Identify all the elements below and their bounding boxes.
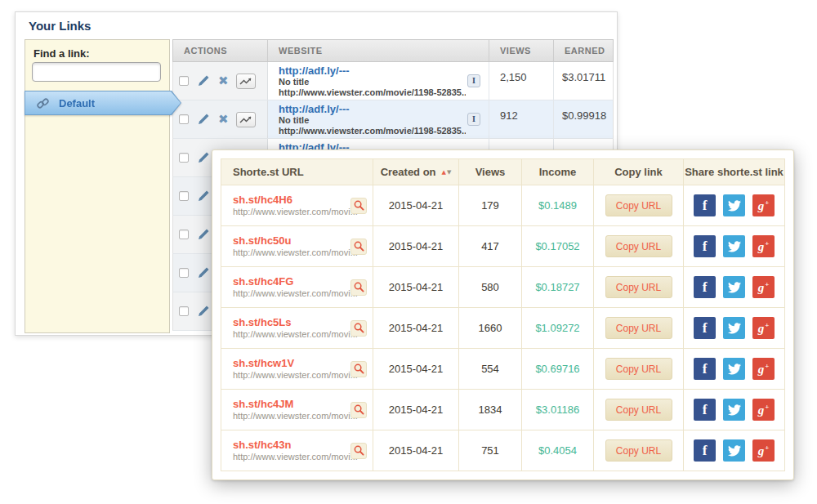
folder-item-default[interactable]: Default <box>25 91 181 115</box>
short-url-link[interactable]: sh.st/hc50u <box>233 234 292 248</box>
twitter-share-button[interactable] <box>723 399 745 421</box>
copy-url-button[interactable]: Copy URL <box>605 358 672 380</box>
row-checkbox[interactable] <box>179 230 189 239</box>
destination-url: http://www.viewster.com/movi... <box>233 207 358 217</box>
copy-url-button[interactable]: Copy URL <box>605 194 672 216</box>
share-cell: f g+ <box>684 430 784 471</box>
short-url-link[interactable]: sh.st/hc5Ls <box>233 316 292 329</box>
google-plus-share-button[interactable]: g+ <box>752 439 775 462</box>
share-cell: f g+ <box>684 185 784 225</box>
facebook-icon: f <box>703 198 708 214</box>
sort-asc-icon[interactable]: ▲ <box>442 169 446 176</box>
google-plus-share-button[interactable]: g+ <box>752 235 775 257</box>
google-plus-share-button[interactable]: g+ <box>752 194 775 216</box>
edit-icon[interactable] <box>196 227 211 242</box>
col-header-earned[interactable]: EARNED <box>554 40 613 61</box>
preview-button[interactable] <box>350 279 367 296</box>
twitter-share-button[interactable] <box>723 276 745 298</box>
google-plus-share-button[interactable]: g+ <box>752 317 775 339</box>
col-header-shortest-url[interactable]: Shorte.st URL <box>221 159 373 185</box>
copy-url-button[interactable]: Copy URL <box>605 235 672 257</box>
shortest-row: sh.st/hcw1V http://www.viewster.com/movi… <box>221 349 785 390</box>
facebook-share-button[interactable]: f <box>694 235 716 257</box>
stats-button[interactable] <box>236 74 256 89</box>
short-link[interactable]: http://adf.ly/--- <box>279 103 466 115</box>
copy-url-button[interactable]: Copy URL <box>605 399 672 421</box>
facebook-icon: f <box>703 361 708 377</box>
edit-icon[interactable] <box>196 189 211 203</box>
short-url-link[interactable]: sh.st/hcw1V <box>233 357 294 370</box>
info-button[interactable]: I <box>467 74 480 87</box>
share-cell: f g+ <box>684 308 784 348</box>
google-plus-share-button[interactable]: g+ <box>752 276 775 298</box>
facebook-share-button[interactable]: f <box>694 358 716 380</box>
preview-button[interactable] <box>350 198 367 214</box>
edit-icon[interactable] <box>196 304 211 319</box>
facebook-share-button[interactable]: f <box>694 317 716 339</box>
views-cell: 554 <box>459 349 522 389</box>
short-url-link[interactable]: sh.st/hc4JM <box>233 398 293 411</box>
magnifier-icon <box>353 404 365 416</box>
income-cell: $0.69716 <box>522 349 594 389</box>
income-cell: $3.01186 <box>522 390 594 430</box>
col-header-created-on[interactable]: Created on ▲ ▼ <box>373 159 459 185</box>
preview-button[interactable] <box>350 402 367 418</box>
copy-url-button[interactable]: Copy URL <box>605 317 672 339</box>
row-checkbox[interactable] <box>179 114 189 124</box>
row-checkbox[interactable] <box>179 191 189 201</box>
row-actions: ✖ <box>173 100 268 138</box>
twitter-share-button[interactable] <box>723 317 745 339</box>
edit-icon[interactable] <box>196 150 211 165</box>
copy-cell: Copy URL <box>594 267 684 307</box>
info-button[interactable]: I <box>467 113 480 126</box>
col-header-income[interactable]: Income <box>522 159 594 185</box>
short-url-link[interactable]: sh.st/hc4FG <box>233 275 293 288</box>
col-header-views[interactable]: Views <box>459 159 522 185</box>
delete-icon[interactable]: ✖ <box>218 75 229 87</box>
delete-icon[interactable]: ✖ <box>218 114 229 126</box>
find-link-input[interactable] <box>32 62 161 82</box>
twitter-icon <box>728 445 741 457</box>
short-link[interactable]: http://adf.ly/--- <box>279 65 466 77</box>
row-checkbox[interactable] <box>179 76 189 86</box>
views-cell: 580 <box>459 267 522 307</box>
google-plus-share-button[interactable]: g+ <box>752 358 775 380</box>
twitter-share-button[interactable] <box>723 439 745 462</box>
short-url-link[interactable]: sh.st/hc43n <box>233 439 292 452</box>
facebook-share-button[interactable]: f <box>694 276 716 298</box>
stats-button[interactable] <box>236 112 256 127</box>
income-cell: $0.17052 <box>522 226 594 266</box>
preview-button[interactable] <box>350 443 367 459</box>
preview-button[interactable] <box>350 239 367 255</box>
short-url-link[interactable]: sh.st/hc4H6 <box>233 194 292 207</box>
facebook-share-button[interactable]: f <box>694 399 716 421</box>
twitter-share-button[interactable] <box>723 235 745 257</box>
row-checkbox[interactable] <box>179 306 189 316</box>
views-cell: 751 <box>459 430 522 471</box>
magnifier-icon <box>353 281 365 293</box>
preview-button[interactable] <box>350 320 367 337</box>
copy-url-button[interactable]: Copy URL <box>605 276 672 298</box>
col-header-website[interactable]: WEBSITE <box>268 40 489 61</box>
facebook-share-button[interactable]: f <box>694 439 716 462</box>
row-checkbox[interactable] <box>179 268 189 278</box>
twitter-icon <box>728 364 741 375</box>
folders-sidebar: Find a link: <box>25 39 170 333</box>
views-cell: 179 <box>459 185 522 225</box>
edit-icon[interactable] <box>196 265 211 280</box>
sort-desc-icon[interactable]: ▼ <box>447 169 451 176</box>
col-header-views[interactable]: VIEWS <box>489 40 554 61</box>
twitter-share-button[interactable] <box>723 194 745 216</box>
destination-url: http://www.viewster.com/movi... <box>233 370 358 381</box>
facebook-share-button[interactable]: f <box>694 194 716 216</box>
edit-icon[interactable] <box>196 74 211 88</box>
page-title: Your Links <box>29 19 91 33</box>
row-checkbox[interactable] <box>179 153 189 163</box>
magnifier-icon <box>353 199 365 212</box>
link-title: No title <box>279 115 466 126</box>
google-plus-share-button[interactable]: g+ <box>752 399 775 421</box>
copy-url-button[interactable]: Copy URL <box>605 439 672 462</box>
edit-icon[interactable] <box>196 112 211 127</box>
preview-button[interactable] <box>350 361 367 377</box>
twitter-share-button[interactable] <box>723 358 745 380</box>
